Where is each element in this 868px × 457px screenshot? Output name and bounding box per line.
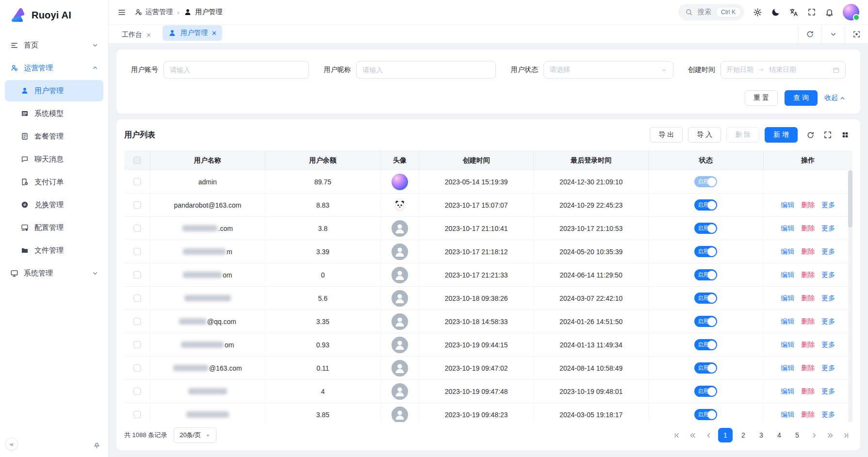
delete-link[interactable]: 删除 bbox=[801, 341, 815, 349]
sidebar-item-套餐管理[interactable]: 套餐管理 bbox=[5, 126, 103, 147]
edit-link[interactable]: 编辑 bbox=[781, 364, 794, 373]
account-input[interactable] bbox=[164, 61, 309, 79]
more-link[interactable]: 更多 bbox=[821, 201, 835, 210]
translate-icon[interactable] bbox=[789, 8, 799, 17]
status-toggle[interactable]: 启用 bbox=[694, 362, 717, 374]
chevron-down-icon[interactable] bbox=[821, 25, 845, 43]
more-link[interactable]: 更多 bbox=[821, 224, 835, 233]
edit-link[interactable]: 编辑 bbox=[781, 317, 794, 326]
page-button-1[interactable]: 1 bbox=[718, 428, 733, 442]
row-checkbox[interactable] bbox=[133, 411, 141, 418]
delete-link[interactable]: 删除 bbox=[801, 364, 815, 373]
select-all-checkbox[interactable] bbox=[133, 157, 141, 164]
status-select[interactable]: 请选择 bbox=[543, 61, 673, 79]
delete-link[interactable]: 删除 bbox=[801, 247, 815, 256]
edit-link[interactable]: 编辑 bbox=[781, 341, 794, 349]
sidebar-collapse-button[interactable]: « bbox=[5, 438, 18, 450]
prev-page-icon[interactable] bbox=[702, 429, 715, 441]
page-button-4[interactable]: 4 bbox=[772, 428, 786, 442]
status-toggle[interactable]: 启用 bbox=[694, 176, 717, 187]
row-checkbox[interactable] bbox=[133, 294, 141, 302]
status-toggle[interactable]: 启用 bbox=[694, 409, 717, 420]
prev-group-icon[interactable] bbox=[686, 429, 699, 441]
page-button-2[interactable]: 2 bbox=[736, 428, 751, 442]
user-avatar[interactable] bbox=[843, 4, 859, 20]
date-range-picker[interactable]: 开始日期 结束日期 bbox=[721, 61, 846, 79]
sidebar-item-支付订单[interactable]: 支付订单 bbox=[5, 171, 103, 193]
fullscreen-icon[interactable] bbox=[820, 128, 835, 142]
more-link[interactable]: 更多 bbox=[821, 247, 835, 256]
more-link[interactable]: 更多 bbox=[821, 341, 835, 349]
status-toggle[interactable]: 启用 bbox=[694, 269, 717, 280]
status-toggle[interactable]: 启用 bbox=[694, 386, 717, 397]
column-settings-icon[interactable] bbox=[838, 128, 852, 142]
row-checkbox[interactable] bbox=[133, 178, 141, 185]
reset-button[interactable]: 重 置 bbox=[745, 90, 778, 106]
maximize-icon[interactable] bbox=[845, 25, 868, 43]
fullscreen-icon[interactable] bbox=[807, 8, 816, 16]
row-checkbox[interactable] bbox=[133, 388, 141, 395]
tab-close-icon[interactable]: ✕ bbox=[212, 30, 217, 36]
delete-button[interactable]: 删 除 bbox=[726, 127, 759, 143]
tab-工作台[interactable]: 工作台✕ bbox=[116, 27, 157, 43]
sidebar-item-运营管理[interactable]: 运营管理 bbox=[5, 57, 103, 79]
delete-link[interactable]: 删除 bbox=[801, 410, 815, 419]
moon-icon[interactable] bbox=[771, 8, 780, 17]
tab-close-icon[interactable]: ✕ bbox=[146, 32, 151, 38]
status-toggle[interactable]: 启用 bbox=[694, 339, 717, 350]
global-search[interactable]: 搜索 Ctrl K bbox=[678, 4, 744, 20]
last-page-icon[interactable] bbox=[840, 429, 852, 441]
status-toggle[interactable]: 启用 bbox=[694, 293, 717, 304]
page-button-5[interactable]: 5 bbox=[790, 428, 804, 442]
row-checkbox[interactable] bbox=[133, 225, 141, 232]
search-button[interactable]: 查 询 bbox=[785, 90, 818, 106]
row-checkbox[interactable] bbox=[133, 201, 141, 209]
edit-link[interactable]: 编辑 bbox=[781, 410, 794, 419]
sidebar-item-系统模型[interactable]: 系统模型 bbox=[5, 103, 103, 124]
breadcrumb-item[interactable]: 用户管理 bbox=[183, 8, 222, 16]
page-size-select[interactable]: 20条/页 bbox=[174, 427, 216, 443]
sidebar-item-聊天消息[interactable]: 聊天消息 bbox=[5, 148, 103, 170]
delete-link[interactable]: 删除 bbox=[801, 294, 815, 303]
edit-link[interactable]: 编辑 bbox=[781, 271, 794, 279]
row-checkbox[interactable] bbox=[133, 341, 141, 348]
status-toggle[interactable]: 启用 bbox=[694, 223, 717, 234]
edit-link[interactable]: 编辑 bbox=[781, 224, 794, 233]
status-toggle[interactable]: 启用 bbox=[694, 316, 717, 327]
table-scrollbar[interactable] bbox=[848, 170, 852, 422]
edit-link[interactable]: 编辑 bbox=[781, 387, 794, 396]
settings-icon[interactable] bbox=[753, 8, 762, 17]
tab-用户管理[interactable]: 用户管理✕ bbox=[163, 25, 222, 41]
sidebar-item-首页[interactable]: 首页 bbox=[5, 34, 103, 56]
breadcrumb-item[interactable]: 运营管理 bbox=[134, 8, 173, 16]
bell-icon[interactable] bbox=[825, 8, 834, 17]
sidebar-item-兑换管理[interactable]: 兑换管理 bbox=[5, 194, 103, 215]
next-page-icon[interactable] bbox=[808, 429, 820, 441]
edit-link[interactable]: 编辑 bbox=[781, 247, 794, 256]
sidebar-toggle-icon[interactable] bbox=[117, 8, 126, 17]
more-link[interactable]: 更多 bbox=[821, 294, 835, 303]
delete-link[interactable]: 删除 bbox=[801, 201, 815, 210]
next-group-icon[interactable] bbox=[824, 429, 836, 441]
scrollbar-thumb[interactable] bbox=[848, 170, 852, 228]
delete-link[interactable]: 删除 bbox=[801, 271, 815, 279]
sidebar-item-系统管理[interactable]: 系统管理 bbox=[5, 262, 103, 284]
sidebar-pin-icon[interactable] bbox=[93, 442, 100, 449]
collapse-filter-link[interactable]: 收起 bbox=[824, 94, 846, 102]
more-link[interactable]: 更多 bbox=[821, 271, 835, 279]
status-toggle[interactable]: 启用 bbox=[694, 246, 717, 257]
sidebar-item-用户管理[interactable]: 用户管理 bbox=[5, 80, 103, 101]
delete-link[interactable]: 删除 bbox=[801, 387, 815, 396]
page-button-3[interactable]: 3 bbox=[754, 428, 769, 442]
export-button[interactable]: 导 出 bbox=[650, 127, 683, 143]
row-checkbox[interactable] bbox=[133, 271, 141, 278]
more-link[interactable]: 更多 bbox=[821, 317, 835, 326]
delete-link[interactable]: 删除 bbox=[801, 317, 815, 326]
edit-link[interactable]: 编辑 bbox=[781, 201, 794, 210]
edit-link[interactable]: 编辑 bbox=[781, 294, 794, 303]
refresh-icon[interactable] bbox=[803, 128, 818, 142]
delete-link[interactable]: 删除 bbox=[801, 224, 815, 233]
sidebar-item-文件管理[interactable]: 文件管理 bbox=[5, 240, 103, 261]
more-link[interactable]: 更多 bbox=[821, 387, 835, 396]
more-link[interactable]: 更多 bbox=[821, 364, 835, 373]
